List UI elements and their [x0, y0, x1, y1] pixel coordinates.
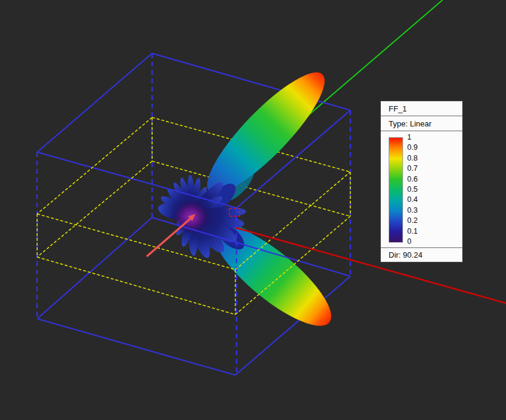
legend-type: Type: Linear	[381, 116, 462, 131]
colorbar-tick-label: 0	[407, 237, 411, 246]
colorbar	[389, 137, 403, 243]
farfield-pattern	[157, 59, 344, 340]
farfield-legend-panel: FF_1 Type: Linear 10.90.80.70.60.50.40.3…	[380, 101, 463, 262]
render-area: FF_1 Type: Linear 10.90.80.70.60.50.40.3…	[0, 0, 506, 420]
colorbar-tick-label: 0.1	[407, 227, 417, 235]
colorbar-zone: 10.90.80.70.60.50.40.30.20.10	[381, 131, 462, 248]
colorbar-tick-label: 0.9	[407, 143, 417, 152]
legend-dir: Dir: 90.24	[381, 248, 462, 262]
colorbar-tick-label: 0.5	[407, 185, 417, 194]
colorbar-tick-label: 1	[407, 133, 411, 141]
colorbar-tick-label: 0.4	[407, 195, 417, 204]
colorbar-tick-label: 0.2	[407, 216, 417, 225]
colorbar-tick-label: 0.8	[407, 154, 417, 162]
colorbar-tick-label: 0.3	[407, 206, 417, 214]
legend-title: FF_1	[381, 101, 462, 116]
colorbar-tick-label: 0.7	[407, 164, 417, 173]
colorbar-tick-label: 0.6	[407, 175, 417, 183]
